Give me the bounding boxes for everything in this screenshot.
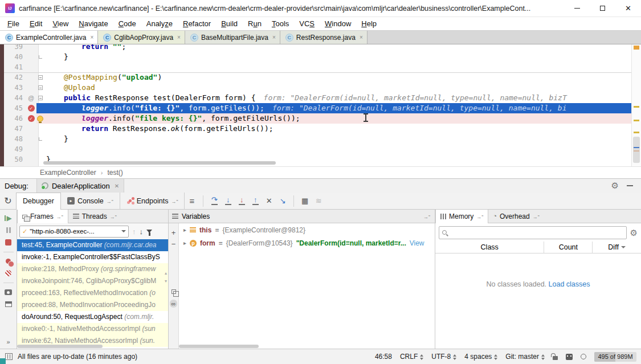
chevron-right-icon[interactable]: ▸ — [183, 240, 186, 246]
variable-row[interactable]: ▸this={ExampleController@9812} — [179, 223, 435, 236]
menu-item-run[interactable]: Run — [243, 18, 267, 30]
breadcrumb-method[interactable]: test() — [107, 169, 123, 177]
editor-tab-examplecontroller-java[interactable]: CExampleController.java× — [0, 31, 98, 44]
step-out-button[interactable]: ↑ — [248, 194, 262, 208]
fold-cell[interactable] — [36, 134, 44, 144]
step-over-button[interactable]: ↷ — [207, 194, 221, 208]
code-line-44[interactable]: 44@public RestResponse test(DealerForm f… — [4, 93, 631, 103]
filter-button[interactable] — [146, 230, 152, 233]
layout-settings-icon[interactable]: ≡ — [185, 196, 199, 206]
line-number[interactable]: 41 — [4, 62, 26, 72]
line-number[interactable]: 44 — [4, 93, 26, 103]
frame-row[interactable]: proceed:163, ReflectiveMethodInvocation … — [17, 287, 168, 299]
variables-hscrollbar[interactable] — [179, 345, 259, 348]
fold-cell[interactable] — [36, 62, 44, 72]
scroll-down-icon[interactable]: ▾ — [165, 279, 167, 284]
line-separator-widget[interactable]: CRLF — [400, 353, 423, 361]
line-number[interactable]: 49 — [4, 144, 26, 154]
frame-row[interactable]: test:45, ExampleController (com.mljr.car… — [17, 239, 168, 251]
code-line-48[interactable]: 48} — [4, 134, 631, 144]
line-number[interactable]: 40 — [4, 52, 26, 62]
menu-item-edit[interactable]: Edit — [25, 18, 47, 30]
stripe-mark[interactable] — [634, 147, 639, 148]
error-stripe[interactable] — [631, 44, 641, 166]
minimize-button[interactable] — [564, 0, 590, 17]
breakpoint-dot-icon[interactable]: ✓ — [28, 105, 35, 112]
menu-item-analyze[interactable]: Analyze — [141, 18, 178, 30]
trace-streams-button[interactable]: ≋ — [312, 194, 325, 208]
code-line-45[interactable]: 45✓logger.info("file: {}", form.getFiles… — [4, 103, 631, 113]
memory-search-input[interactable] — [439, 226, 627, 239]
editor-tab-basemultipartfile-java[interactable]: CBaseMultipartFile.java× — [185, 31, 280, 44]
menu-item-code[interactable]: Code — [113, 18, 141, 30]
code-line-40[interactable]: 40} — [4, 52, 631, 62]
vcs-status-text[interactable]: All files are up-to-date (16 minutes ago… — [18, 353, 137, 361]
hide-panel-button[interactable] — [627, 185, 633, 186]
menu-item-refactor[interactable]: Refactor — [178, 18, 216, 30]
menu-item-file[interactable]: File — [2, 18, 25, 30]
drop-frame-button[interactable]: ✕ — [262, 194, 276, 208]
editor-tab-restresponse-java[interactable]: CRestResponse.java× — [280, 31, 368, 44]
fold-cell[interactable] — [36, 44, 44, 52]
rerun-button[interactable]: ↻ — [0, 195, 16, 206]
line-number[interactable]: 39 — [4, 44, 26, 52]
variable-row[interactable]: ▸pform={DealerForm@10543}"DealerForm(id=… — [179, 236, 435, 250]
evaluate-expression-button[interactable]: ▦ — [298, 194, 312, 208]
column-count[interactable]: Count — [544, 242, 593, 253]
line-number[interactable]: 46 — [4, 113, 26, 124]
fold-cell[interactable] — [36, 83, 44, 93]
indent-widget[interactable]: 4 spaces — [464, 353, 497, 361]
resume-button[interactable]: ▶ — [5, 215, 11, 221]
git-branch-widget[interactable]: Git: master — [505, 353, 545, 361]
editor-tab-cglibaopproxy-java[interactable]: CCglibAopProxy.java× — [98, 31, 185, 44]
settings-gear-button[interactable]: ⚙ — [611, 181, 619, 190]
frame-row[interactable]: invoke:-1, ExampleController$$FastClassB… — [17, 251, 168, 263]
tab-frames[interactable]: Frames — [17, 210, 68, 223]
column-diff[interactable]: Diff — [593, 242, 641, 253]
load-classes-link[interactable]: Load classes — [549, 280, 590, 288]
fold-marker-icon[interactable] — [38, 96, 43, 100]
code-line-39[interactable]: 39return ""; — [4, 44, 631, 52]
stripe-mark[interactable] — [634, 46, 639, 50]
caret-position[interactable]: 46:58 — [375, 353, 392, 361]
frame-mode-icon[interactable] — [5, 353, 13, 360]
stripe-mark[interactable] — [634, 120, 639, 121]
fold-end-icon[interactable] — [39, 55, 42, 59]
breakpoint-icon[interactable]: ✓ — [26, 103, 36, 113]
code-line-49[interactable]: 49 — [4, 144, 631, 154]
lock-icon[interactable] — [553, 356, 558, 360]
add-watch-button[interactable]: + — [172, 230, 176, 236]
frame-row[interactable]: doAround:50, RequestLogAspect (com.mljr. — [17, 311, 168, 323]
fold-cell[interactable] — [36, 124, 44, 134]
code-line-47[interactable]: 47return RestResponse.ok(form.getFileUrl… — [4, 124, 631, 134]
stripe-mark[interactable] — [634, 106, 639, 108]
frame-row[interactable]: proceed:88, MethodInvocationProceedingJo — [17, 299, 168, 311]
line-number[interactable]: 42 — [4, 72, 26, 83]
stop-button[interactable] — [5, 239, 11, 246]
stripe-mark[interactable] — [634, 132, 639, 133]
thread-dump-camera-button[interactable] — [5, 289, 12, 295]
fold-cell[interactable] — [36, 144, 44, 154]
frame-row[interactable]: invoke:218, MethodProxy (org.springframe… — [17, 263, 168, 275]
editor[interactable]: 39return "";40}4142@PostMapping("upload"… — [0, 44, 641, 166]
code-line-41[interactable]: 41 — [4, 62, 631, 72]
vscrollbar-thumb[interactable] — [633, 137, 640, 163]
line-number[interactable]: 45 — [4, 103, 26, 113]
tab-overhead[interactable]: ◔ Overhead — [488, 210, 544, 223]
tab-endpoints[interactable]: Endpoints — [120, 193, 185, 210]
editor-hscrollbar[interactable] — [39, 161, 631, 166]
chevron-right-icon[interactable]: ▸ — [183, 227, 186, 233]
line-number[interactable]: 50 — [4, 154, 26, 165]
close-icon[interactable]: × — [90, 34, 93, 40]
step-into-button[interactable]: ↓ — [221, 194, 235, 208]
thread-selector[interactable]: ✓ "http-nio-8080-exec-... — [19, 226, 129, 238]
close-icon[interactable]: × — [360, 34, 363, 40]
debug-session-tab[interactable]: DealerApplication ✕ — [36, 179, 124, 193]
tab-console[interactable]: ▸Console — [61, 193, 120, 210]
close-button[interactable]: ✕ — [615, 0, 641, 17]
tab-memory[interactable]: Memory — [435, 210, 488, 223]
menu-item-build[interactable]: Build — [216, 18, 243, 30]
breakpoint-icon[interactable]: ✓ — [26, 113, 36, 124]
prev-frame-button[interactable]: ↑ — [132, 227, 136, 236]
memory-settings-gear-icon[interactable]: ⚙ — [630, 228, 638, 237]
